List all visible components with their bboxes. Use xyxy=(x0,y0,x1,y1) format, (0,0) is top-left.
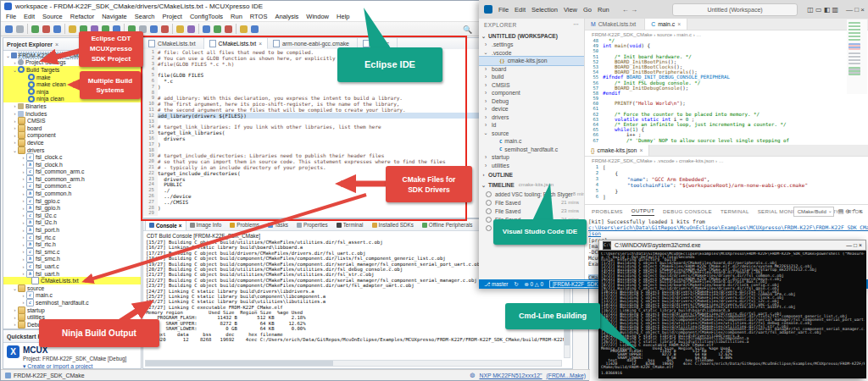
more-actions-icon[interactable]: ⋯ xyxy=(573,21,579,28)
eclipse-menu-item[interactable]: Navigate xyxy=(102,13,127,20)
tree-twisty-icon[interactable]: › xyxy=(12,103,18,108)
eclipse-menu-item[interactable]: Analysis xyxy=(275,13,298,20)
git-branch-status[interactable]: ⎇ master xyxy=(484,281,508,287)
tree-twisty-icon[interactable]: › xyxy=(482,74,489,80)
tree-item[interactable]: › h fsl_uart.h xyxy=(3,270,141,278)
panel-tab[interactable]: DEBUG CONSOLE xyxy=(663,207,712,216)
tree-twisty-icon[interactable]: › xyxy=(12,133,18,138)
output-channel-dropdown[interactable]: CMake/Build xyxy=(793,207,834,217)
eclipse-menu-item[interactable]: Window xyxy=(306,13,329,20)
tree-twisty-icon[interactable]: ⌄ xyxy=(5,52,11,58)
command-center-search[interactable]: Untitled (Workspace) xyxy=(672,3,798,16)
tree-twisty-icon[interactable]: ⌄ xyxy=(12,67,18,73)
tree-twisty-icon[interactable]: › xyxy=(20,220,26,225)
toolbar-icon[interactable] xyxy=(5,25,13,33)
tree-twisty-icon[interactable]: › xyxy=(20,191,26,196)
tree-item[interactable]: › Binaries xyxy=(3,102,141,110)
toolbar-icon[interactable] xyxy=(150,25,158,33)
vscode-menu-item[interactable]: Selection xyxy=(531,6,558,14)
device-link[interactable]: NXP MK22FN512xxx12" xyxy=(479,373,542,378)
eclipse-menu-item[interactable]: ConfigTools xyxy=(190,13,223,20)
cmd-console-output[interactable]: C:\Users\erich\Data\GitRepos\McuOnEclips… xyxy=(601,252,865,377)
tree-item[interactable]: › drivers xyxy=(479,113,584,122)
panel-tab[interactable]: PROBLEMS xyxy=(592,207,623,216)
tree-twisty-icon[interactable]: › xyxy=(482,163,489,168)
tree-twisty-icon[interactable]: ⌄ xyxy=(12,285,18,291)
tree-item[interactable]: › c fsl_uart.c xyxy=(3,262,141,270)
tree-item[interactable]: › CMSIS xyxy=(3,117,141,124)
toolbar-icon[interactable] xyxy=(42,25,50,33)
tree-item[interactable]: › .settings xyxy=(479,41,584,49)
toolbar-icon[interactable] xyxy=(240,25,248,33)
tree-twisty-icon[interactable]: › xyxy=(20,155,26,160)
tree-item[interactable]: › c fsl_common_arm.c xyxy=(3,168,141,176)
toolbar-icon[interactable] xyxy=(27,24,28,34)
breadcrumb[interactable]: FRDM-K22F_SDK_CMake › .vscode › cmake-ki… xyxy=(585,157,868,164)
tree-item[interactable]: › component xyxy=(479,89,584,97)
tree-twisty-icon[interactable]: › xyxy=(482,82,489,88)
tree-item[interactable]: › Includes xyxy=(3,110,141,118)
toolbar-icon[interactable] xyxy=(187,25,195,33)
tree-item[interactable]: {} cmake-kits.json xyxy=(479,57,584,65)
tree-twisty-icon[interactable]: › xyxy=(482,106,489,112)
tree-item[interactable]: › h fsl_i2c.h xyxy=(3,219,141,227)
tree-twisty-icon[interactable]: › xyxy=(482,114,489,120)
tree-twisty-icon[interactable]: › xyxy=(482,66,489,72)
tree-item[interactable]: ⌄ .vscode xyxy=(479,49,584,58)
cmake-kits-json-editor[interactable]: 1[2 {3 "name": "GCC Arm Embedded",4 "too… xyxy=(585,164,868,204)
tree-item[interactable]: › c main.c xyxy=(3,292,141,300)
tree-item[interactable]: › board xyxy=(479,65,584,74)
tree-twisty-icon[interactable]: › xyxy=(20,169,26,174)
layout-toggle-icons[interactable]: ◫ ▭ ◧ ▥ xyxy=(807,6,838,14)
tree-twisty-icon[interactable]: › xyxy=(482,122,489,128)
vscode-menu-item[interactable]: Edit xyxy=(515,6,526,14)
tree-twisty-icon[interactable]: › xyxy=(12,60,18,65)
tree-item[interactable]: ⌄ source xyxy=(3,284,141,292)
tree-twisty-icon[interactable]: › xyxy=(20,213,26,218)
tree-item[interactable]: ⌄ drivers xyxy=(3,146,141,154)
console-view-tab[interactable]: Tasks xyxy=(264,219,293,230)
tree-item[interactable]: › startup xyxy=(479,153,584,162)
console-view-tab[interactable]: Image Info xyxy=(186,219,227,230)
tree-twisty-icon[interactable]: ⌄ xyxy=(12,147,18,153)
editor-tab[interactable]: {} cmake-kits.json × xyxy=(585,145,649,156)
tree-item[interactable]: C semihost_hardfault.c xyxy=(479,146,584,154)
toolbar-icon[interactable] xyxy=(31,25,39,33)
eclipse-menu-item[interactable]: RTOS xyxy=(250,13,268,20)
tree-twisty-icon[interactable]: › xyxy=(20,271,26,276)
tree-twisty-icon[interactable]: › xyxy=(20,228,26,233)
tree-item[interactable]: › component xyxy=(3,132,141,140)
tree-twisty-icon[interactable]: › xyxy=(482,90,489,96)
timeline-item[interactable]: File Saved 21 mins xyxy=(479,198,584,207)
timeline-item[interactable]: added VSC tooling: Erich Styger 8 mins xyxy=(479,190,584,198)
vscode-menu-item[interactable]: Go xyxy=(583,6,592,14)
console-view-tab[interactable]: Installed SDKs xyxy=(369,219,419,230)
eclipse-menu-item[interactable]: Source xyxy=(42,13,63,20)
tree-twisty-icon[interactable]: ⌄ xyxy=(482,49,489,56)
tree-twisty-icon[interactable]: › xyxy=(20,242,26,247)
tree-item[interactable]: › device xyxy=(479,105,584,113)
workspace-section-header[interactable]: ⌄ UNTITLED (WORKSPACE) xyxy=(479,30,584,41)
eclipse-menu-item[interactable]: Project xyxy=(163,13,182,20)
tree-item[interactable]: › h fsl_gpio.h xyxy=(3,204,141,212)
nav-back-forward-icons[interactable]: ← → xyxy=(622,6,637,14)
eclipse-menu-item[interactable]: Edit xyxy=(24,13,35,20)
project-link[interactable]: (FRDM...Make) xyxy=(547,373,586,378)
tree-item[interactable]: › h fsl_common.h xyxy=(3,190,141,197)
panel-tab[interactable]: TERMINAL xyxy=(721,207,749,216)
tree-item[interactable]: › c fsl_smc.c xyxy=(3,248,141,256)
toolbar-icon[interactable] xyxy=(172,24,173,34)
tree-twisty-icon[interactable]: › xyxy=(20,293,26,298)
console-view-tab[interactable]: Problems xyxy=(226,219,264,230)
eclipse-menu-item[interactable]: File xyxy=(6,13,16,20)
outline-section-header[interactable]: › OUTLINE xyxy=(479,169,584,179)
tree-item[interactable]: › h fsl_rtc.h xyxy=(3,240,141,248)
tree-twisty-icon[interactable]: › xyxy=(20,176,26,181)
tree-twisty-icon[interactable]: › xyxy=(20,300,26,305)
tree-item[interactable]: › c fsl_gpio.c xyxy=(3,197,141,205)
panel-action-icons[interactable]: ▤ ⊖ ⌃ × xyxy=(838,208,862,215)
tree-twisty-icon[interactable]: › xyxy=(482,154,489,160)
console-view-tab[interactable]: Properties xyxy=(293,219,333,230)
main-c-editor[interactable]: 48 */49int main(void) {5051 /* Init boar… xyxy=(585,38,868,143)
tree-twisty-icon[interactable]: › xyxy=(482,41,489,47)
